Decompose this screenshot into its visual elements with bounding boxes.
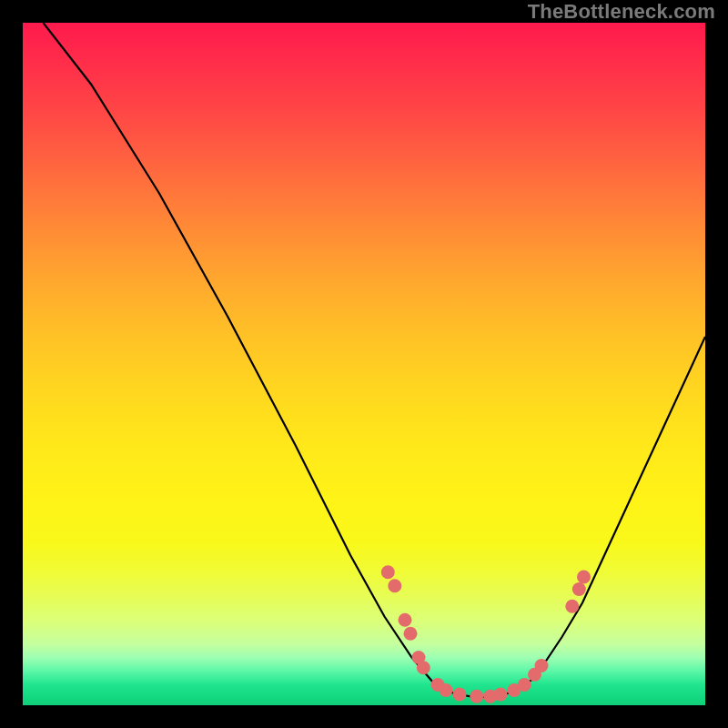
- data-markers: [381, 565, 591, 703]
- data-marker: [535, 659, 549, 672]
- data-marker: [399, 613, 412, 627]
- data-marker: [417, 661, 430, 674]
- watermark-text: TheBottleneck.com: [528, 0, 715, 24]
- chart-frame: TheBottleneck.com: [0, 0, 728, 728]
- data-marker: [494, 688, 508, 702]
- data-marker: [453, 688, 467, 702]
- data-marker: [470, 690, 483, 703]
- data-marker: [518, 678, 531, 692]
- data-marker: [388, 579, 401, 592]
- data-marker: [440, 683, 453, 697]
- plot-area: [23, 23, 705, 705]
- data-marker: [565, 600, 579, 613]
- data-marker: [572, 582, 586, 596]
- bottleneck-curve: [44, 23, 706, 697]
- chart-svg: [23, 23, 705, 705]
- data-marker: [381, 565, 395, 579]
- data-marker: [577, 571, 591, 584]
- data-marker: [404, 627, 418, 641]
